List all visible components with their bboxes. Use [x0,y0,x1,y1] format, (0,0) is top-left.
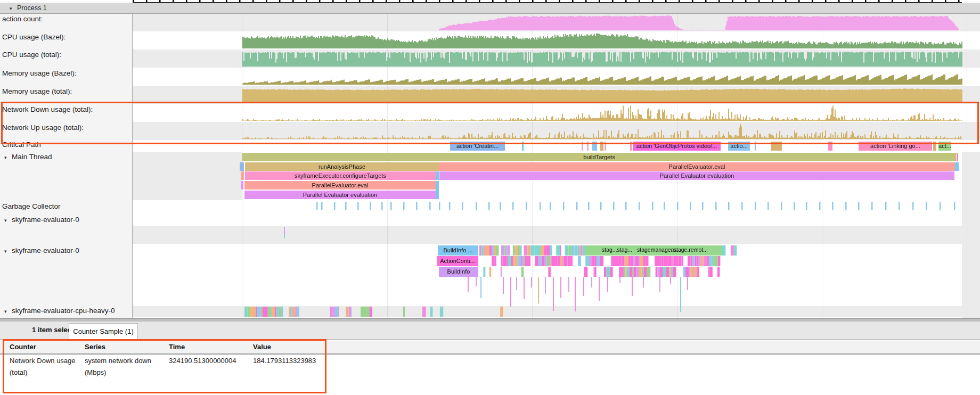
main-thread-slice[interactable] [241,181,243,190]
cell-value: 184.1793113323983 [253,357,316,365]
critical-path-slice[interactable]: act... [938,142,951,151]
sidebar-track-label[interactable]: Memory usage (Bazel): [0,68,134,79]
sidebar-track-label[interactable]: ▾skyframe-evaluator-0 [0,215,132,225]
collapse-arrow-icon[interactable]: ▾ [4,215,12,226]
sidebar-track-label[interactable]: ▾skyframe-evaluator-0 [0,245,132,256]
collapse-arrow-icon[interactable]: ▾ [10,3,17,14]
tab-counter-sample[interactable]: Counter Sample (1) [69,323,138,340]
track-name-text: CPU usage (total): [2,51,61,59]
main-thread-slice[interactable]: ParallelEvaluator.eval [439,162,955,171]
skyframe-slice[interactable]: ActionConti... [437,256,478,266]
skyframe-slice[interactable]: BuildInfo ... [438,245,478,256]
sidebar-track-label[interactable]: ▾skyframe-evaluator-cpu-heavy-0 [0,306,132,316]
track-name-text: Critical Path [2,141,41,149]
skyframe-green-label: stag...stag... [602,246,632,253]
track-name-text: skyframe-evaluator-cpu-heavy-0 [12,307,115,315]
skyframe-slice[interactable]: BuildInfo [439,267,478,277]
track-name-text: Main Thread [12,153,52,161]
cell-series-line2: (Mbps) [85,368,106,376]
main-thread-slice[interactable]: runAnalysisPhase [245,162,439,171]
main-thread-slice[interactable]: Parallel Evaluator evaluation [439,171,954,180]
main-thread-slice[interactable] [955,162,959,171]
critical-path-slice[interactable] [828,142,832,151]
main-thread-slice[interactable] [436,171,439,180]
critical-path-slice[interactable] [630,142,632,151]
main-thread-slice[interactable]: ParallelEvaluator.eval [244,181,436,190]
process-header[interactable]: ▾Process 1 [0,3,980,14]
main-thread-slice[interactable] [241,171,244,180]
col-header-counter[interactable]: Counter [10,343,36,351]
collapse-arrow-icon[interactable]: ▾ [4,306,12,317]
sidebar-track-label[interactable]: Network Down usage (total): [0,104,134,115]
main-thread-slice[interactable] [957,153,958,161]
critical-path-slice[interactable] [605,142,606,151]
skyframe-green-label: ...stage.remot... [669,246,708,253]
sidebar-track-label[interactable]: CPU usage (Bazel): [0,32,134,43]
collapse-arrow-icon[interactable]: ▾ [4,246,12,257]
track-name-text: Network Down usage (total): [2,105,93,113]
main-thread-slice[interactable] [436,181,439,199]
main-thread-slice[interactable]: buildTargets [242,153,956,161]
track-name-text: Memory usage (Bazel): [2,69,77,77]
critical-path-slice[interactable] [755,142,756,151]
critical-path-slice[interactable]: action 'GenObjcProtos video/... [633,142,721,151]
critical-path-slice[interactable]: action 'Linking go... [859,142,932,151]
sidebar-track-label[interactable]: Network Up usage (total): [0,122,134,133]
critical-path-slice[interactable] [587,142,589,151]
main-thread-slice[interactable]: Parallel Evaluator evaluation [244,191,436,199]
track-name-text: Memory usage (total): [2,87,72,95]
col-header-series[interactable]: Series [85,343,105,351]
track-name-text: Garbage Collector [2,202,61,210]
track-label-sidebar: action count:CPU usage (Bazel):CPU usage… [0,13,133,318]
sidebar-track-label[interactable]: ▾Main Thread [0,152,132,162]
critical-path-slice[interactable] [582,142,583,151]
track-name-text: action count: [2,15,43,23]
cell-time: 324190.51300000004 [169,357,236,365]
track-name-text: skyframe-evaluator-0 [12,246,79,254]
track-name-text: CPU usage (Bazel): [2,33,66,41]
track-name-text: skyframe-evaluator-0 [12,216,79,224]
critical-path-slice[interactable]: actio... [728,142,750,151]
process-title: Process 1 [17,4,47,12]
collapse-arrow-icon[interactable]: ▾ [4,152,12,163]
tab-strip: 1 item selected. Counter Sample (1) [0,322,980,340]
main-thread-slice[interactable]: skyframeExecutor.configureTargets [245,171,436,180]
critical-path-slice[interactable] [592,142,597,151]
table-header-row: Counter Series Time Value [0,341,980,355]
critical-path-slice[interactable] [933,142,936,151]
col-header-value[interactable]: Value [253,343,271,351]
sidebar-track-label[interactable]: Critical Path [0,139,134,150]
cell-counter-line1: Network Down usage [10,357,76,365]
critical-path-slice[interactable] [600,142,603,151]
main-thread-slice[interactable] [240,162,244,171]
cell-series-line1: system network down [85,357,151,365]
track-name-text: Network Up usage (total): [2,124,84,131]
col-header-time[interactable]: Time [169,343,185,351]
sidebar-track-label[interactable]: action count: [0,14,134,24]
critical-path-slice[interactable] [771,142,782,151]
critical-path-slice[interactable]: action 'Creatin... [450,142,505,151]
trace-viewer: action 'Creatin...action 'GenObjcProtos … [0,0,980,395]
sidebar-track-label[interactable]: Garbage Collector [0,201,134,212]
cell-counter-line2: (total) [10,368,27,376]
critical-path-slice[interactable] [522,142,524,151]
sidebar-track-label[interactable]: CPU usage (total): [0,50,134,60]
analysis-panel: 1 item selected. Counter Sample (1) Coun… [0,322,980,395]
sidebar-track-label[interactable]: Memory usage (total): [0,86,134,97]
